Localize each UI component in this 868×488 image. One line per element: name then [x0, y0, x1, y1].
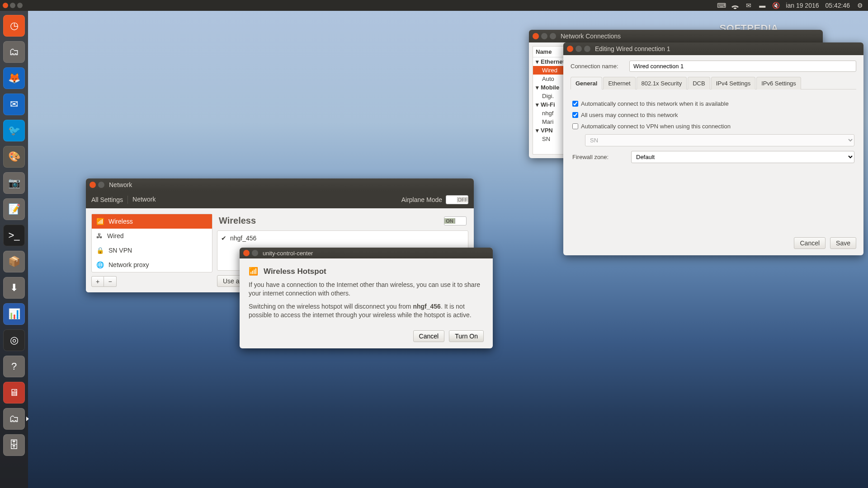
vpn-select[interactable]: SN [585, 134, 854, 146]
tab-ipv6[interactable]: IPv6 Settings [756, 77, 801, 89]
minimize-icon[interactable] [252, 250, 258, 256]
lock-icon: 🔒 [96, 247, 104, 254]
tab-general[interactable]: General [571, 77, 602, 89]
terminal-icon: >_ [3, 225, 25, 246]
tab-dcb[interactable]: DCB [688, 77, 710, 89]
network-indicator[interactable] [731, 2, 739, 9]
launcher-text-editor[interactable]: 📝 [2, 197, 26, 221]
check-icon: ✔ [221, 235, 226, 242]
firefox-icon: 🦊 [3, 67, 25, 89]
wifi-icon: 📶 [96, 218, 104, 225]
maximize-button[interactable] [17, 3, 23, 8]
breadcrumb: All Settings Network Airplane Mode OFF [86, 191, 474, 208]
launcher-drawer[interactable]: 🗄 [2, 433, 26, 457]
connection-name-label: Connection name: [571, 63, 625, 70]
current-wifi-item[interactable]: ✔ nhgf_456 [221, 235, 464, 242]
allusers-check[interactable]: All users may connect to this network [572, 112, 854, 118]
save-button[interactable]: Save [830, 237, 856, 249]
tab-8021x[interactable]: 802.1x Security [637, 77, 687, 89]
titlebar-dialog[interactable]: unity-control-center [240, 248, 493, 258]
minimize-icon[interactable] [576, 46, 582, 52]
launcher-camera[interactable]: 📷 [2, 171, 26, 195]
sidebar-item-wireless[interactable]: 📶 Wireless [92, 214, 212, 229]
minimize-icon[interactable] [541, 33, 547, 39]
titlebar-network[interactable]: Network [86, 178, 474, 191]
camera-icon: 📷 [3, 172, 25, 194]
files-icon: 🗂 [3, 41, 25, 63]
cancel-button[interactable]: Cancel [413, 330, 445, 342]
mail-indicator[interactable]: ✉ [745, 2, 752, 9]
airplane-mode-label: Airplane Mode [401, 196, 442, 203]
drawer-icon: 🗄 [3, 434, 25, 456]
firewall-zone-select[interactable]: Default [631, 151, 854, 163]
launcher-deb-installer[interactable]: 📦 [2, 249, 26, 274]
launcher-help[interactable]: ? [2, 354, 26, 379]
dialog-paragraph-2: Switching on the wireless hotspot will d… [249, 302, 484, 319]
dialog-wm-title: unity-control-center [263, 250, 313, 257]
add-connection-button[interactable]: + [91, 276, 104, 287]
tab-ethernet[interactable]: Ethernet [603, 77, 635, 89]
remove-connection-button[interactable]: − [104, 276, 117, 287]
window-controls-top [0, 3, 23, 8]
crumb-all-settings[interactable]: All Settings [91, 196, 123, 203]
titlebar-netconn[interactable]: Network Connections [529, 30, 823, 42]
sidebar-item-vpn[interactable]: 🔒 SN VPN [92, 243, 212, 258]
launcher-screen-recorder[interactable]: 🗂 [2, 407, 26, 431]
titlebar-editor[interactable]: Editing Wired connection 1 [563, 42, 863, 55]
maximize-icon[interactable] [584, 46, 590, 52]
gear-icon[interactable]: ⚙ [856, 2, 863, 9]
sound-indicator[interactable]: 🔇 [772, 2, 779, 9]
connection-name-input[interactable] [629, 61, 856, 72]
desktop-sharing-icon: 🖥 [3, 382, 25, 404]
airplane-mode-toggle[interactable]: OFF [446, 195, 468, 204]
launcher-steam[interactable]: ◎ [2, 328, 26, 352]
launcher-terminal[interactable]: >_ [2, 223, 26, 248]
chevron-down-icon: ▾ [536, 101, 539, 108]
tab-ipv4[interactable]: IPv4 Settings [711, 77, 756, 89]
column-name[interactable]: Name [536, 48, 552, 55]
crumb-network[interactable]: Network [123, 196, 156, 204]
globe-icon: 🌐 [96, 261, 104, 268]
launcher-firefox[interactable]: 🦊 [2, 66, 26, 90]
ethernet-icon: 🖧 [96, 232, 103, 239]
launcher-corebird[interactable]: 🐦 [2, 118, 26, 143]
minimize-button[interactable] [10, 3, 15, 8]
turn-on-button[interactable]: Turn On [449, 330, 484, 342]
launcher-files[interactable]: 🗂 [2, 40, 26, 64]
clock-time[interactable]: 05:42:46 [826, 2, 850, 9]
top-panel: ⌨ ✉ ▬ 🔇 ian 19 2016 05:42:46 ⚙ [0, 0, 868, 11]
autoconnect-check[interactable]: Automatically connect to this network wh… [572, 100, 854, 107]
launcher-dash[interactable]: ◷ [2, 14, 26, 38]
panel-indicators: ⌨ ✉ ▬ 🔇 ian 19 2016 05:42:46 ⚙ [718, 2, 868, 9]
launcher-thunderbird[interactable]: ✉ [2, 92, 26, 117]
edit-connection-window: Editing Wired connection 1 Connection na… [563, 42, 863, 255]
battery-indicator[interactable]: ▬ [759, 2, 766, 9]
chevron-down-icon: ▾ [536, 58, 539, 65]
minimize-icon[interactable] [98, 182, 104, 188]
launcher-downloads[interactable]: ⬇ [2, 276, 26, 300]
thunderbird-icon: ✉ [3, 94, 25, 115]
close-button[interactable] [3, 3, 8, 8]
maximize-icon[interactable] [550, 33, 556, 39]
wireless-toggle[interactable]: ON [444, 216, 467, 225]
close-icon[interactable] [90, 182, 96, 188]
close-icon[interactable] [243, 250, 250, 256]
launcher-system-monitor[interactable]: 📊 [2, 302, 26, 326]
close-icon[interactable] [567, 46, 573, 52]
screen-recorder-icon: 🗂 [3, 408, 25, 430]
close-icon[interactable] [533, 33, 539, 39]
launcher-desktop-sharing[interactable]: 🖥 [2, 380, 26, 405]
text-editor-icon: 📝 [3, 198, 25, 220]
cancel-button[interactable]: Cancel [794, 237, 826, 249]
dialog-paragraph-1: If you have a connection to the Internet… [249, 281, 484, 298]
sidebar-item-wired[interactable]: 🖧 Wired [92, 229, 212, 243]
keyboard-indicator[interactable]: ⌨ [718, 2, 725, 9]
editor-tabs: General Ethernet 802.1x Security DCB IPv… [571, 76, 856, 89]
clock-date[interactable]: ian 19 2016 [786, 2, 819, 9]
downloads-icon: ⬇ [3, 277, 25, 299]
autovpn-check[interactable]: Automatically connect to VPN when using … [572, 123, 854, 130]
launcher-gimp[interactable]: 🎨 [2, 145, 26, 169]
sidebar-item-proxy[interactable]: 🌐 Network proxy [92, 258, 212, 272]
steam-icon: ◎ [3, 329, 25, 351]
window-title: Network Connections [561, 33, 621, 40]
